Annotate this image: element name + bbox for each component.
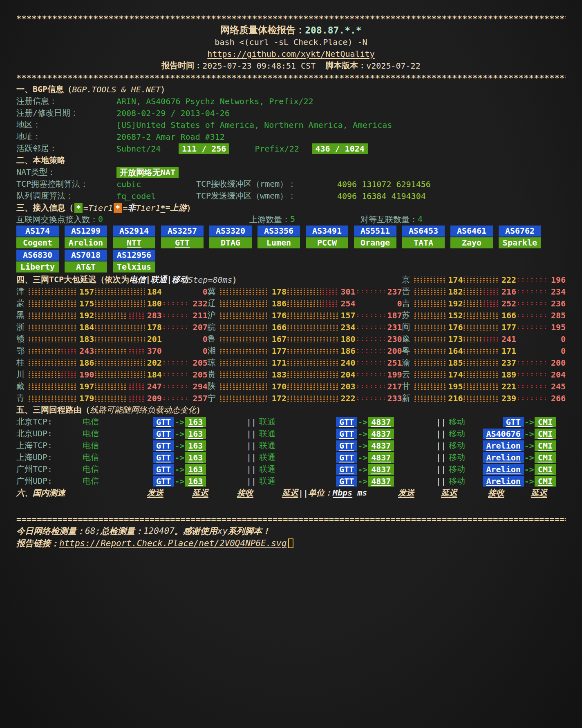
project-link[interactable]: https://github.com/xykt/NetQuality (207, 49, 374, 59)
as-entry: AS6762Sparkle (499, 226, 541, 248)
province-label: 辽 (208, 298, 219, 309)
route-hop-transit: GTT (336, 476, 357, 487)
non-tier1-rest: Tier1 (136, 203, 160, 213)
as-number: AS3356 (257, 226, 300, 237)
dot-leader (219, 383, 269, 390)
province-label: 陕 (208, 381, 219, 392)
speed-col-header: 发送 (367, 487, 414, 498)
latency-value: 222 (340, 393, 355, 403)
as-name: GTT (161, 237, 204, 248)
latency-cell: 257 (162, 393, 208, 403)
route-city: 北京 (16, 417, 33, 427)
as-entry: AS3320DTAG (209, 226, 252, 248)
bgp-info-row: 注册/修改日期：2008-02-29 / 2013-04-26 (16, 107, 566, 119)
route-segment: Arelion->CMI (475, 464, 566, 475)
province-label: 皖 (208, 322, 219, 333)
latency-group: 晋182216234 (402, 286, 566, 297)
latency-group: 京174222196 (402, 274, 566, 285)
latency-value: 0 (203, 287, 208, 297)
latency-value: 233 (387, 393, 402, 403)
latency-cell: 171 (219, 358, 287, 368)
latency-value: 185 (448, 358, 463, 368)
route-hop-transit: Arelion (483, 440, 524, 451)
province-label: 渝 (402, 357, 414, 368)
dot-leader (287, 312, 338, 319)
dot-leader (219, 336, 269, 342)
latency-row: 黑192283211沪176157187苏152166285 (16, 309, 566, 321)
as-row: AS174CogentAS1299ArelionAS2914NTTAS3257G… (16, 226, 566, 250)
as-name: Zayo (450, 237, 493, 248)
route-hop-target: CMI (535, 452, 556, 463)
route-label: 广州TCP: (16, 464, 83, 475)
latency-cell: 178 (94, 322, 162, 332)
as-number: AS174 (16, 226, 59, 237)
as-entry: AS6461Zayo (450, 226, 493, 248)
latency-value: 189 (501, 370, 516, 380)
route-proto: TCP: (33, 464, 52, 474)
route-arrow: -> (175, 417, 184, 427)
section4-carriers: 电信|联通|移动 (129, 274, 188, 285)
tcp-cc-row: TCP拥塞控制算法： cubic TCP接收缓冲区（rmem）： 4096 13… (16, 178, 566, 190)
dot-leader (60, 371, 77, 378)
latency-value: 200 (387, 346, 402, 356)
latency-cell: 175 (28, 299, 94, 308)
latency-value: 170 (272, 382, 287, 391)
report-title-line: 网络质量体检报告： 208.87.*.* (16, 24, 566, 36)
latency-value: 192 (448, 299, 463, 308)
section5-title-close: ） (196, 404, 204, 415)
dot-leader (356, 395, 385, 402)
prefix-count-badge: 436 / 1024 (312, 143, 367, 154)
province-label: 鲁 (208, 333, 219, 344)
route-separator: || (433, 441, 449, 451)
carrier-mobile: 移动 (449, 452, 475, 463)
latency-cell: 216 (414, 393, 463, 403)
latency-value: 234 (340, 322, 355, 332)
as-name: PCCW (306, 237, 348, 248)
route-city: 上海 (16, 452, 33, 462)
latency-value: 187 (387, 310, 402, 320)
latency-cell: 186 (287, 346, 356, 356)
bgp-info-row: 地区：[US]United States of America, Norther… (16, 119, 566, 131)
access-count-value: 0 (98, 214, 103, 225)
project-url-line: https://github.com/xykt/NetQuality (16, 48, 566, 60)
route-proto: TCP: (33, 440, 52, 450)
dot-leader (322, 288, 338, 295)
bgp-row-label: 注册/修改日期： (16, 107, 116, 118)
report-meta-line: 报告时间： 2025-07-23 09:48:51 CST 脚本版本： v202… (16, 60, 566, 71)
latency-cell: 285 (516, 310, 566, 320)
route-hop-transit: GTT (153, 464, 174, 475)
latency-cell: 187 (356, 310, 402, 320)
dot-leader (162, 300, 190, 307)
latency-value: 182 (448, 287, 463, 297)
latency-row: 鄂2433700湘177186200粤1641710 (16, 345, 566, 357)
dot-leader (463, 360, 499, 366)
latency-value: 221 (501, 382, 516, 391)
latency-value: 200 (551, 358, 566, 368)
route-separator: || (244, 429, 259, 439)
dot-leader (219, 300, 269, 307)
carrier-mobile: 移动 (449, 440, 475, 451)
route-hop-target: 4837 (368, 464, 394, 475)
latency-group: 宁172222233 (208, 393, 402, 404)
latency-value: 216 (501, 287, 516, 297)
latency-row: 桂186202205琼171240251渝185237200 (16, 357, 566, 368)
as-name: Telxius (113, 261, 155, 272)
route-hop-transit: Arelion (483, 476, 524, 487)
dot-leader (287, 360, 338, 366)
dot-leader (28, 383, 77, 390)
latency-group: 渝185237200 (402, 357, 566, 368)
route-segment: GTT->CMI (475, 417, 566, 427)
separator-stars-top: ****************************************… (16, 12, 566, 24)
thanks-text: 。感谢使用 (175, 525, 217, 537)
route-segment: Arelion->CMI (475, 440, 566, 451)
dot-leader (463, 300, 482, 307)
province-label: 沪 (208, 310, 219, 321)
province-label: 蒙 (16, 298, 28, 309)
access-count-value: 5 (290, 214, 295, 225)
latency-cell: 239 (463, 393, 516, 403)
prefix-label: Prefix/22 (255, 144, 312, 154)
dot-leader (28, 360, 77, 366)
latency-cell: 240 (287, 358, 356, 368)
report-link[interactable]: https://Report.Check.Place/net/2V0Q4NP6E… (59, 538, 287, 548)
dot-leader (516, 371, 548, 378)
